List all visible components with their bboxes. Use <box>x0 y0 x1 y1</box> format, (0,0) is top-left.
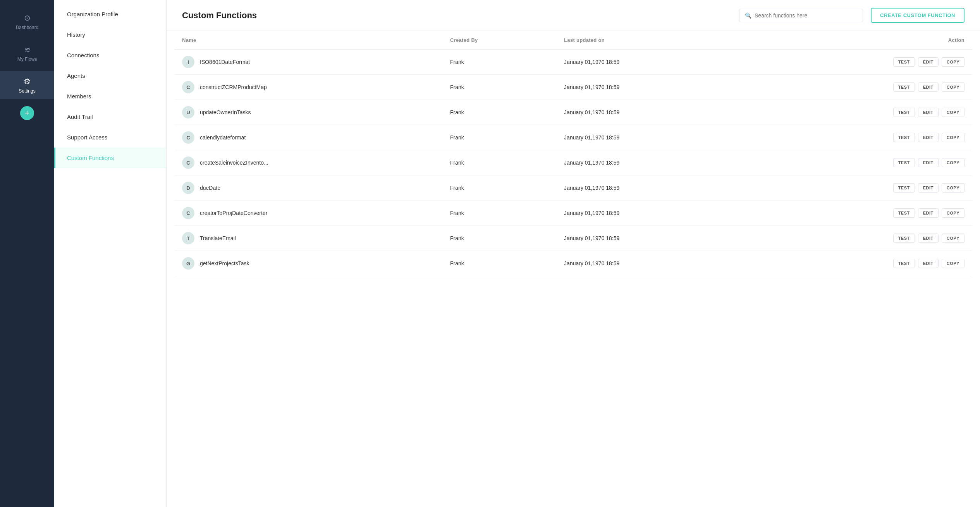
cell-action: TEST EDIT COPY <box>743 251 972 276</box>
sidebar-item-support-access[interactable]: Support Access <box>54 127 166 148</box>
cell-last-updated: January 01,1970 18:59 <box>556 75 743 100</box>
cell-name: T TranslateEmail <box>174 226 442 251</box>
search-box: 🔍 <box>739 9 863 22</box>
sidebar-item-organization-profile[interactable]: Organization Profile <box>54 4 166 24</box>
sidebar-item-connections[interactable]: Connections <box>54 45 166 65</box>
table-row: C constructZCRMProductMap Frank January … <box>174 75 972 100</box>
cell-created-by: Frank <box>442 125 556 150</box>
header-right: 🔍 CREATE CUSTOM FUNCTION <box>739 8 965 23</box>
test-button[interactable]: TEST <box>893 57 915 67</box>
cell-action: TEST EDIT COPY <box>743 201 972 226</box>
search-icon: 🔍 <box>745 12 751 19</box>
functions-table: Name Created By Last updated on Action I… <box>174 31 972 276</box>
edit-button[interactable]: EDIT <box>918 82 939 92</box>
edit-button[interactable]: EDIT <box>918 133 939 142</box>
content-header: Custom Functions 🔍 CREATE CUSTOM FUNCTIO… <box>167 0 980 31</box>
main-content: Custom Functions 🔍 CREATE CUSTOM FUNCTIO… <box>167 0 980 507</box>
copy-button[interactable]: COPY <box>942 133 965 142</box>
cell-created-by: Frank <box>442 100 556 125</box>
copy-button[interactable]: COPY <box>942 259 965 268</box>
cell-name: C creatorToProjDateConverter <box>174 201 442 226</box>
sidebar-item-agents[interactable]: Agents <box>54 65 166 86</box>
test-button[interactable]: TEST <box>893 108 915 117</box>
table-body: I ISO8601DateFormat Frank January 01,197… <box>174 50 972 276</box>
test-button[interactable]: TEST <box>893 158 915 167</box>
cell-action: TEST EDIT COPY <box>743 226 972 251</box>
cell-action: TEST EDIT COPY <box>743 50 972 75</box>
create-custom-function-button[interactable]: CREATE CUSTOM FUNCTION <box>871 8 965 23</box>
test-button[interactable]: TEST <box>893 234 915 243</box>
cell-created-by: Frank <box>442 201 556 226</box>
avatar: U <box>182 106 194 119</box>
sidebar-item-audit-trail[interactable]: Audit Trail <box>54 107 166 127</box>
nav-label-settings: Settings <box>19 88 35 94</box>
sidebar-item-history[interactable]: History <box>54 24 166 45</box>
nav-item-my-flows[interactable]: ≋ My Flows <box>0 40 54 67</box>
table-row: T TranslateEmail Frank January 01,1970 1… <box>174 226 972 251</box>
edit-button[interactable]: EDIT <box>918 158 939 167</box>
copy-button[interactable]: COPY <box>942 208 965 218</box>
edit-button[interactable]: EDIT <box>918 57 939 67</box>
table-row: C createSaleinvoiceZInvento... Frank Jan… <box>174 150 972 175</box>
cell-action: TEST EDIT COPY <box>743 125 972 150</box>
function-name: TranslateEmail <box>200 235 236 241</box>
sidebar-item-custom-functions[interactable]: Custom Functions <box>54 148 166 168</box>
test-button[interactable]: TEST <box>893 183 915 192</box>
cell-last-updated: January 01,1970 18:59 <box>556 226 743 251</box>
add-new-button[interactable]: + <box>20 106 34 120</box>
test-button[interactable]: TEST <box>893 259 915 268</box>
avatar: D <box>182 182 194 194</box>
cell-created-by: Frank <box>442 50 556 75</box>
col-name: Name <box>174 31 442 50</box>
edit-button[interactable]: EDIT <box>918 208 939 218</box>
sidebar-item-members[interactable]: Members <box>54 86 166 107</box>
avatar: C <box>182 81 194 93</box>
copy-button[interactable]: COPY <box>942 57 965 67</box>
table-header: Name Created By Last updated on Action <box>174 31 972 50</box>
test-button[interactable]: TEST <box>893 82 915 92</box>
search-input[interactable] <box>755 12 857 19</box>
col-action: Action <box>743 31 972 50</box>
cell-last-updated: January 01,1970 18:59 <box>556 251 743 276</box>
copy-button[interactable]: COPY <box>942 82 965 92</box>
cell-created-by: Frank <box>442 251 556 276</box>
cell-name: C calendlydateformat <box>174 125 442 150</box>
edit-button[interactable]: EDIT <box>918 183 939 192</box>
function-name: calendlydateformat <box>200 134 246 141</box>
col-last-updated: Last updated on <box>556 31 743 50</box>
edit-button[interactable]: EDIT <box>918 234 939 243</box>
cell-name: C createSaleinvoiceZInvento... <box>174 150 442 175</box>
cell-last-updated: January 01,1970 18:59 <box>556 150 743 175</box>
edit-button[interactable]: EDIT <box>918 259 939 268</box>
table-row: D dueDate Frank January 01,1970 18:59 TE… <box>174 175 972 201</box>
copy-button[interactable]: COPY <box>942 234 965 243</box>
copy-button[interactable]: COPY <box>942 108 965 117</box>
function-name: creatorToProjDateConverter <box>200 210 267 216</box>
function-name: getNextProjectsTask <box>200 260 249 266</box>
function-name: constructZCRMProductMap <box>200 84 267 90</box>
nav-label-my-flows: My Flows <box>17 57 37 62</box>
cell-action: TEST EDIT COPY <box>743 150 972 175</box>
copy-button[interactable]: COPY <box>942 158 965 167</box>
cell-name: U updateOwnerInTasks <box>174 100 442 125</box>
cell-last-updated: January 01,1970 18:59 <box>556 100 743 125</box>
settings-icon: ⚙ <box>24 77 31 86</box>
left-navigation: ⊙ Dashboard ≋ My Flows ⚙ Settings + <box>0 0 54 507</box>
cell-name: G getNextProjectsTask <box>174 251 442 276</box>
nav-item-settings[interactable]: ⚙ Settings <box>0 71 54 99</box>
copy-button[interactable]: COPY <box>942 183 965 192</box>
test-button[interactable]: TEST <box>893 208 915 218</box>
cell-action: TEST EDIT COPY <box>743 175 972 201</box>
function-name: ISO8601DateFormat <box>200 59 250 65</box>
table-row: I ISO8601DateFormat Frank January 01,197… <box>174 50 972 75</box>
cell-created-by: Frank <box>442 175 556 201</box>
cell-action: TEST EDIT COPY <box>743 100 972 125</box>
cell-name: D dueDate <box>174 175 442 201</box>
nav-item-dashboard[interactable]: ⊙ Dashboard <box>0 8 54 36</box>
edit-button[interactable]: EDIT <box>918 108 939 117</box>
test-button[interactable]: TEST <box>893 133 915 142</box>
cell-created-by: Frank <box>442 75 556 100</box>
cell-last-updated: January 01,1970 18:59 <box>556 50 743 75</box>
dashboard-icon: ⊙ <box>24 13 31 22</box>
table-row: G getNextProjectsTask Frank January 01,1… <box>174 251 972 276</box>
